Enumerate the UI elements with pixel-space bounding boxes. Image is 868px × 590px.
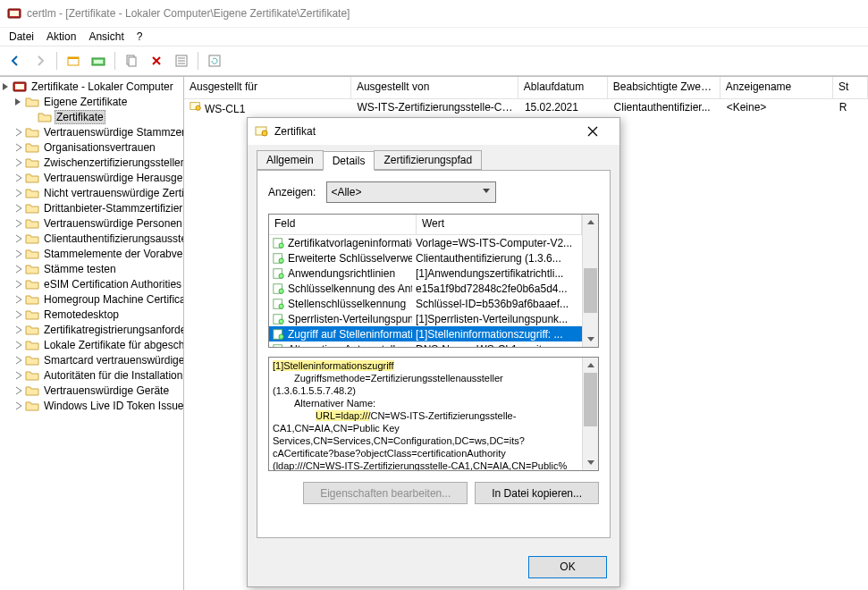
folder-icon (25, 308, 39, 322)
menu-file[interactable]: Datei (9, 30, 34, 43)
tree-item[interactable]: Vertrauenswürdige Personen (0, 215, 183, 231)
nav-tree[interactable]: Zertifikate - Lokaler Computer Eigene Ze… (0, 77, 184, 590)
cut-button[interactable] (62, 49, 85, 72)
delete-button[interactable] (145, 49, 168, 72)
folder-button[interactable] (87, 49, 110, 72)
col-issued-to[interactable]: Ausgestellt für (184, 77, 351, 98)
folder-icon (25, 171, 39, 185)
col-expiry[interactable]: Ablaufdatum (518, 77, 608, 98)
scroll-down-icon[interactable] (583, 332, 598, 347)
copy-button[interactable] (120, 49, 143, 72)
field-row[interactable]: Erweiterte Schlüsselverwen...Clientauthe… (269, 250, 582, 266)
tree-item[interactable]: Lokale Zertifikate für abgeschirmte VM (0, 337, 183, 352)
svg-point-16 (196, 105, 200, 110)
tree-item[interactable]: Stämme testen (0, 261, 183, 276)
scroll-thumb[interactable] (584, 373, 597, 426)
folder-icon (25, 201, 39, 215)
folder-icon (25, 338, 39, 352)
tree-item[interactable]: Organisationsvertrauen (0, 139, 183, 155)
tree-item[interactable]: Nicht vertrauenswürdige Zertifikate (0, 185, 183, 200)
window-title: certlm - [Zertifikate - Lokaler Computer… (27, 7, 350, 20)
folder-icon (25, 140, 39, 155)
nav-forward-button[interactable] (29, 49, 52, 72)
menu-bar: Datei Aktion Ansicht ? (0, 28, 868, 46)
title-bar: certlm - [Zertifikate - Lokaler Computer… (0, 0, 868, 28)
extension-icon (273, 252, 285, 265)
show-label: Anzeigen: (268, 186, 316, 198)
close-button[interactable] (573, 118, 612, 145)
tree-item[interactable]: Zwischenzertifizierungsstellen (0, 155, 183, 170)
certlm-icon (7, 6, 21, 21)
menu-view[interactable]: Ansicht (88, 30, 123, 43)
tree-item[interactable]: Clientauthentifizierungsaussteller (0, 231, 183, 246)
svg-rect-3 (68, 57, 79, 59)
scroll-down-icon[interactable] (583, 455, 598, 470)
field-row[interactable]: Zertifikatvorlageninformatio...Vorlage=W… (269, 235, 582, 250)
tree-item[interactable]: Windows Live ID Token Issuer (0, 398, 183, 413)
refresh-button[interactable] (203, 49, 226, 72)
chevron-down-icon (479, 184, 493, 198)
folder-icon (25, 292, 39, 307)
tree-item[interactable]: Vertrauenswürdige Herausgeber (0, 170, 183, 185)
properties-button[interactable] (170, 49, 193, 72)
ok-button[interactable]: OK (528, 556, 607, 578)
tree-item[interactable]: Smartcard vertrauenswürdige Stammzertifi… (0, 352, 183, 367)
svg-point-18 (262, 131, 267, 136)
folder-icon (25, 232, 39, 246)
dialog-title: Zertifikat (274, 125, 573, 138)
tab-strip: Allgemein Details Zertifizierungspfad (257, 150, 611, 170)
cert-icon (255, 124, 269, 139)
tree-root[interactable]: Zertifikate - Lokaler Computer (29, 80, 175, 93)
tree-item[interactable]: Homegroup Machine Certificates (0, 291, 183, 307)
tree-item[interactable]: eSIM Certification Authorities (0, 276, 183, 291)
tree-item[interactable]: Zertifikatregistrierungsanforderungen (0, 322, 183, 337)
tree-item[interactable]: Remotedesktop (0, 307, 183, 322)
scroll-up-icon[interactable] (583, 358, 598, 373)
tab-general[interactable]: Allgemein (257, 150, 324, 170)
show-combobox[interactable]: <Alle> (326, 181, 496, 203)
extension-icon (273, 328, 285, 341)
cert-root-icon (13, 80, 27, 94)
list-row[interactable]: WS-CL1 WS-ITS-Zertifizierungsstelle-CA1 … (184, 99, 868, 115)
col-issued-by[interactable]: Ausgestellt von (351, 77, 518, 98)
nav-back-button[interactable] (4, 49, 27, 72)
tree-item[interactable]: Vertrauenswürdige Geräte (0, 383, 183, 398)
scrollbar[interactable] (582, 215, 598, 347)
scroll-thumb[interactable] (584, 268, 597, 313)
scrollbar[interactable] (582, 358, 598, 470)
col-value[interactable]: Wert (417, 215, 582, 234)
list-header[interactable]: Ausgestellt für Ausgestellt von Ablaufda… (184, 77, 868, 99)
svg-point-24 (279, 274, 283, 278)
tab-certpath[interactable]: Zertifizierungspfad (374, 150, 482, 170)
col-purpose[interactable]: Beabsichtigte Zwec... (608, 77, 721, 98)
extension-icon (273, 313, 285, 325)
tree-item[interactable]: Drittanbieter-Stammzertifizierungsstelle… (0, 200, 183, 215)
toolbar (0, 46, 868, 76)
field-row[interactable]: Alternativer Antragstellerna...DNS-Name=… (269, 341, 582, 347)
field-row[interactable]: Sperrlisten-Verteilungspunkte[1]Sperrlis… (269, 311, 582, 326)
col-field[interactable]: Feld (269, 215, 417, 234)
field-list[interactable]: Feld Wert Zertifikatvorlageninformatio..… (268, 214, 599, 348)
field-row[interactable]: Zugriff auf Stelleninformatio...[1]Stell… (269, 326, 582, 341)
field-row[interactable]: Anwendungsrichtlinien[1]Anwendungszertif… (269, 266, 582, 281)
col-status[interactable]: St (833, 77, 868, 98)
copy-to-file-button[interactable]: In Datei kopieren... (475, 482, 599, 504)
dialog-title-bar[interactable]: Zertifikat (248, 118, 619, 145)
tree-own[interactable]: Eigene Zertifikate (42, 96, 129, 108)
extension-icon (273, 343, 285, 348)
tree-own-certs[interactable]: Zertifikate (55, 110, 105, 124)
tree-item[interactable]: Autoritäten für die Installation vertrau… (0, 367, 183, 383)
tree-item[interactable]: Stammelemente der Vorabversion (0, 246, 183, 261)
extension-icon (273, 298, 285, 310)
field-row[interactable]: Schlüsselkennung des Antra...e15a1f9bd72… (269, 281, 582, 296)
folder-icon (25, 156, 39, 170)
field-row[interactable]: StellenschlüsselkennungSchlüssel-ID=b536… (269, 296, 582, 311)
menu-action[interactable]: Aktion (46, 30, 76, 43)
detail-text[interactable]: [1]Stelleninformationszugriff Zugriffsme… (268, 357, 599, 471)
edit-properties-button: Eigenschaften bearbeiten... (303, 482, 468, 504)
col-displayname[interactable]: Anzeigename (721, 77, 833, 98)
tree-item[interactable]: Vertrauenswürdige Stammzertifizierungsst… (0, 124, 183, 139)
scroll-up-icon[interactable] (583, 215, 598, 230)
tab-details[interactable]: Details (323, 151, 375, 171)
menu-help[interactable]: ? (137, 30, 143, 43)
